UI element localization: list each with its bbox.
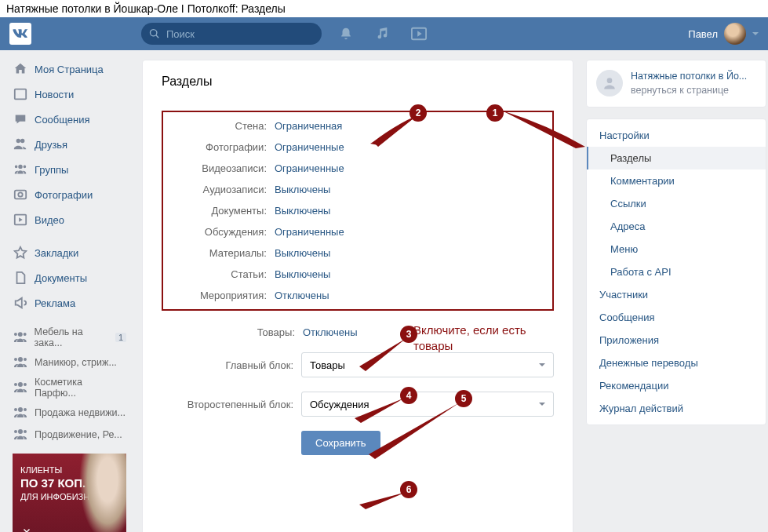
setting-label: Статьи: bbox=[174, 268, 267, 280]
nav-label: Моя Страница bbox=[35, 64, 104, 75]
menu-item-Настройки[interactable]: Настройки bbox=[587, 124, 766, 147]
main-block-select[interactable]: Товары bbox=[301, 352, 554, 377]
group-name: Натяжные потолки в Йо... bbox=[631, 70, 747, 84]
group-icon bbox=[13, 427, 28, 443]
nav-home[interactable]: Моя Страница bbox=[6, 56, 133, 82]
nav-bookmarks[interactable]: Закладки bbox=[6, 240, 133, 265]
music-icon[interactable] bbox=[375, 27, 389, 41]
docs-icon bbox=[13, 270, 28, 286]
nav-messages[interactable]: Сообщения bbox=[6, 107, 133, 132]
setting-row: Видеозаписи: Ограниченные bbox=[174, 162, 541, 174]
shortcut-label: Косметика Парфю... bbox=[35, 377, 126, 399]
menu-item-Приложения[interactable]: Приложения bbox=[587, 329, 766, 352]
group-avatar-icon bbox=[596, 70, 623, 97]
setting-row: Стена: Ограниченная bbox=[174, 120, 541, 132]
setting-value[interactable]: Ограниченные bbox=[275, 141, 344, 153]
menu-item-Ссылки[interactable]: Ссылки bbox=[587, 192, 766, 215]
shortcut-item[interactable]: Маникюр, стриж... bbox=[6, 352, 133, 373]
menu-item-Участники[interactable]: Участники bbox=[587, 283, 766, 306]
nav-label: Группы bbox=[35, 164, 68, 176]
svg-rect-1 bbox=[15, 89, 26, 100]
shortcut-label: Мебель на зака... bbox=[35, 326, 112, 348]
nav-label: Реклама bbox=[35, 297, 75, 309]
notifications-icon[interactable] bbox=[339, 27, 353, 41]
setting-value[interactable]: Выключены bbox=[275, 184, 330, 195]
setting-value[interactable]: Отключены bbox=[275, 290, 329, 301]
nav-label: Друзья bbox=[35, 139, 67, 151]
second-block-select[interactable]: Обсуждения bbox=[301, 392, 554, 417]
friends-icon bbox=[13, 137, 28, 152]
menu-item-Меню[interactable]: Меню bbox=[587, 238, 766, 261]
group-icon bbox=[13, 355, 28, 370]
menu-item-Сообщения[interactable]: Сообщения bbox=[587, 306, 766, 329]
nav-video[interactable]: Видео bbox=[6, 207, 133, 232]
setting-label: Фотографии: bbox=[174, 141, 267, 153]
nav-photos[interactable]: Фотографии bbox=[6, 182, 133, 207]
nav-groups[interactable]: Группы bbox=[6, 157, 133, 182]
menu-item-Разделы[interactable]: Разделы bbox=[587, 147, 766, 169]
chevron-down-icon bbox=[752, 32, 759, 35]
video-icon bbox=[13, 212, 28, 228]
shortcut-label: Продажа недвижи... bbox=[35, 407, 126, 418]
search-placeholder: Поиск bbox=[166, 28, 195, 40]
setting-row: Статьи: Выключены bbox=[174, 268, 541, 280]
nav-label: Фотографии bbox=[35, 189, 93, 201]
nav-docs[interactable]: Документы bbox=[6, 265, 133, 290]
goods-value[interactable]: Отключены bbox=[303, 326, 357, 338]
shortcut-label: Маникюр, стриж... bbox=[35, 357, 117, 368]
ads-icon bbox=[13, 295, 28, 311]
nav-label: Сообщения bbox=[35, 114, 90, 126]
header-icons bbox=[339, 27, 427, 41]
nav-friends[interactable]: Друзья bbox=[6, 132, 133, 157]
setting-value[interactable]: Ограниченные bbox=[275, 162, 344, 174]
back-to-page-link[interactable]: вернуться к странице bbox=[631, 84, 747, 98]
shortcut-item[interactable]: Мебель на зака... 1 bbox=[6, 323, 133, 352]
vk-logo[interactable] bbox=[9, 23, 31, 45]
shortcut-item[interactable]: Продвижение, Ре... bbox=[6, 424, 133, 446]
setting-row: Материалы: Выключены bbox=[174, 247, 541, 259]
header-bar: Поиск Павел bbox=[0, 17, 768, 50]
setting-value[interactable]: Ограниченная bbox=[275, 120, 342, 132]
home-icon bbox=[13, 61, 28, 77]
user-menu[interactable]: Павел bbox=[688, 23, 759, 45]
setting-label: Обсуждения: bbox=[174, 226, 267, 238]
annotation-badge-6: 6 bbox=[400, 481, 417, 498]
menu-item-Комментарии[interactable]: Комментарии bbox=[587, 169, 766, 192]
setting-label: Материалы: bbox=[174, 247, 267, 259]
second-block-label: Второстепенный блок: bbox=[162, 399, 293, 410]
setting-value[interactable]: Выключены bbox=[275, 247, 330, 259]
setting-value[interactable]: Выключены bbox=[275, 205, 330, 217]
nav-ads[interactable]: Реклама bbox=[6, 290, 133, 315]
svg-point-3 bbox=[18, 192, 22, 196]
setting-value[interactable]: Выключены bbox=[275, 268, 330, 280]
main-block-label: Главный блок: bbox=[162, 359, 293, 371]
menu-item-Работа с API[interactable]: Работа с API bbox=[587, 261, 766, 283]
setting-label: Видеозаписи: bbox=[174, 162, 267, 174]
nav-label: Документы bbox=[35, 272, 87, 284]
settings-highlight-box: Стена: Ограниченная Фотографии: Ограниче… bbox=[162, 111, 554, 311]
messages-icon bbox=[13, 111, 28, 127]
user-name: Павел bbox=[688, 28, 718, 40]
save-button[interactable]: Сохранить bbox=[301, 431, 380, 455]
shortcut-item[interactable]: Продажа недвижи... bbox=[6, 402, 133, 424]
menu-item-Денежные переводы[interactable]: Денежные переводы bbox=[587, 352, 766, 374]
nav-label: Новости bbox=[35, 89, 74, 100]
shortcut-item[interactable]: Косметика Парфю... bbox=[6, 373, 133, 402]
setting-row: Аудиозаписи: Выключены bbox=[174, 184, 541, 195]
menu-item-Журнал действий[interactable]: Журнал действий bbox=[587, 397, 766, 420]
setting-label: Стена: bbox=[174, 120, 267, 132]
setting-label: Аудиозаписи: bbox=[174, 184, 267, 195]
setting-value[interactable]: Ограниченные bbox=[275, 226, 344, 238]
video-header-icon[interactable] bbox=[411, 27, 427, 41]
menu-item-Адреса[interactable]: Адреса bbox=[587, 215, 766, 238]
main-block-value: Товары bbox=[310, 359, 345, 371]
setting-row: Документы: Выключены bbox=[174, 205, 541, 217]
ad-image bbox=[79, 454, 126, 532]
ad-banner[interactable]: КЛИЕНТЫ ПО 37 КОП. ДЛЯ ИНФОБИЗНЕСА bbox=[13, 454, 126, 532]
nav-news[interactable]: Новости bbox=[6, 82, 133, 107]
group-card[interactable]: Натяжные потолки в Йо... вернуться к стр… bbox=[586, 60, 766, 107]
menu-item-Рекомендации[interactable]: Рекомендации bbox=[587, 374, 766, 397]
setting-row: Обсуждения: Ограниченные bbox=[174, 226, 541, 238]
page-heading: Разделы bbox=[162, 75, 554, 89]
search-input[interactable]: Поиск bbox=[141, 23, 322, 45]
